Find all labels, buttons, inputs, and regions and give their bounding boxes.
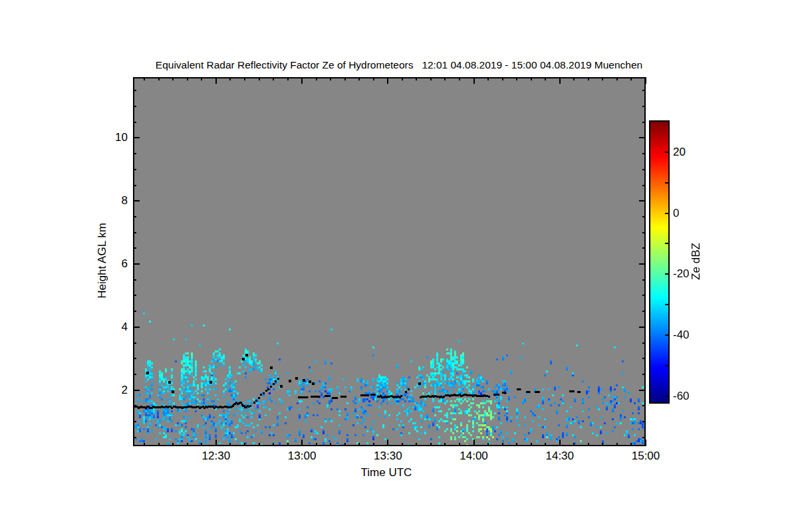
x-axis-tick-bottom xyxy=(473,440,475,446)
y-axis-tick-right xyxy=(639,137,646,138)
y-axis-tick-label: 10 xyxy=(93,130,128,145)
y-axis-tick-right xyxy=(642,421,646,422)
x-axis-tick-top xyxy=(229,77,231,80)
x-axis-tick-bottom xyxy=(358,443,360,446)
x-axis-tick-top xyxy=(531,77,532,80)
y-axis-tick-right xyxy=(642,90,646,91)
x-axis-tick-top xyxy=(330,77,331,80)
x-axis-tick-top xyxy=(430,77,432,80)
y-axis-tick-right xyxy=(642,232,646,233)
x-axis-tick-top xyxy=(172,77,174,80)
x-axis-tick-bottom xyxy=(215,440,217,446)
x-axis-tick-label: 12:30 xyxy=(202,450,231,462)
y-axis-tick-right xyxy=(642,216,646,217)
x-axis-tick-top xyxy=(287,77,289,80)
x-axis-tick-top xyxy=(158,77,160,80)
x-axis-tick-top xyxy=(259,77,260,80)
x-axis-tick-top xyxy=(373,77,374,80)
y-axis-tick-left xyxy=(133,421,136,422)
x-axis-tick-bottom xyxy=(559,440,561,446)
x-axis-tick-label: 15:00 xyxy=(632,450,660,462)
x-axis-tick-top xyxy=(144,77,145,80)
x-axis-tick-top xyxy=(502,77,503,80)
y-axis-tick-left xyxy=(133,279,136,281)
x-axis-tick-bottom xyxy=(172,443,174,446)
y-axis-tick-right xyxy=(642,153,646,154)
x-axis-tick-top xyxy=(244,77,245,80)
y-axis-tick-right xyxy=(642,185,646,186)
radar-plot-page: Equivalent Radar Reflectivity Factor Ze … xyxy=(0,0,798,532)
page-title: Equivalent Radar Reflectivity Factor Ze … xyxy=(0,59,798,71)
x-axis-tick-bottom xyxy=(316,443,317,446)
y-axis-tick-right xyxy=(642,295,646,296)
y-axis-tick-left xyxy=(133,232,136,233)
y-axis-tick-left xyxy=(133,405,136,406)
y-axis-tick-right xyxy=(642,342,646,344)
x-axis-tick-bottom xyxy=(402,443,403,446)
colorbar-frame xyxy=(649,120,670,404)
y-axis-tick-left xyxy=(133,122,136,123)
y-axis-tick-right xyxy=(642,169,646,170)
x-axis-tick-bottom xyxy=(144,443,145,446)
x-axis-tick-label: 14:00 xyxy=(460,450,488,462)
x-axis-tick-top xyxy=(387,77,388,84)
y-axis-tick-left xyxy=(133,169,136,170)
y-axis-tick-right xyxy=(639,263,646,265)
x-axis-tick-top xyxy=(516,77,517,80)
y-axis-tick-right xyxy=(642,311,646,312)
x-axis-tick-bottom xyxy=(344,443,346,446)
x-axis-tick-top xyxy=(416,77,417,80)
x-axis-tick-bottom xyxy=(645,440,646,446)
x-axis-tick-top xyxy=(602,77,603,80)
colorbar-title: Ze dBZ xyxy=(690,243,703,280)
y-axis-tick-left xyxy=(133,106,136,107)
x-axis-tick-bottom xyxy=(444,443,446,446)
y-axis-tick-left xyxy=(133,247,136,249)
y-axis-tick-left xyxy=(133,153,136,154)
x-axis-tick-bottom xyxy=(387,440,388,446)
y-axis-tick-left xyxy=(133,390,140,391)
y-axis-tick-left xyxy=(133,342,136,344)
y-axis-tick-right xyxy=(642,437,646,438)
x-axis-tick-bottom xyxy=(301,440,303,446)
y-axis-tick-right xyxy=(639,390,646,391)
y-axis-tick-right xyxy=(642,374,646,375)
x-axis-tick-top xyxy=(358,77,360,80)
x-axis-tick-bottom xyxy=(545,443,546,446)
y-axis-tick-left xyxy=(133,374,136,375)
x-axis-tick-label: 14:30 xyxy=(545,450,574,462)
colorbar-tick-label: -40 xyxy=(673,329,690,342)
x-axis-tick-bottom xyxy=(502,443,503,446)
x-axis-tick-bottom xyxy=(531,443,532,446)
x-axis-tick-top xyxy=(473,77,475,84)
y-axis-tick-left xyxy=(133,358,136,359)
x-axis-tick-bottom xyxy=(588,443,589,446)
x-axis-tick-label: 13:00 xyxy=(288,450,317,462)
x-axis-tick-bottom xyxy=(373,443,374,446)
y-axis-tick-left xyxy=(133,137,140,138)
x-axis-tick-top xyxy=(459,77,460,80)
x-axis-tick-bottom xyxy=(416,443,417,446)
x-axis-tick-bottom xyxy=(330,443,331,446)
y-axis-title: Height AGL km xyxy=(96,223,109,299)
x-axis-tick-bottom xyxy=(573,443,575,446)
x-axis-tick-top xyxy=(630,77,632,80)
x-axis-tick-top xyxy=(273,77,274,80)
y-axis-tick-left xyxy=(133,200,140,201)
y-axis-tick-left xyxy=(133,263,140,265)
x-axis-tick-bottom xyxy=(244,443,245,446)
x-axis-tick-bottom xyxy=(616,443,618,446)
x-axis-tick-top xyxy=(487,77,489,80)
colorbar-tick-label: 20 xyxy=(673,146,686,159)
x-axis-tick-bottom xyxy=(273,443,274,446)
y-axis-tick-right xyxy=(639,327,646,328)
x-axis-tick-top xyxy=(402,77,403,80)
radar-heatmap-canvas xyxy=(133,77,646,446)
x-axis-tick-top xyxy=(187,77,188,80)
x-axis-tick-bottom xyxy=(487,443,489,446)
y-axis-tick-right xyxy=(642,106,646,107)
y-axis-tick-right xyxy=(642,405,646,406)
y-axis-tick-right xyxy=(642,247,646,249)
x-axis-tick-top xyxy=(215,77,217,84)
x-axis-tick-bottom xyxy=(287,443,289,446)
